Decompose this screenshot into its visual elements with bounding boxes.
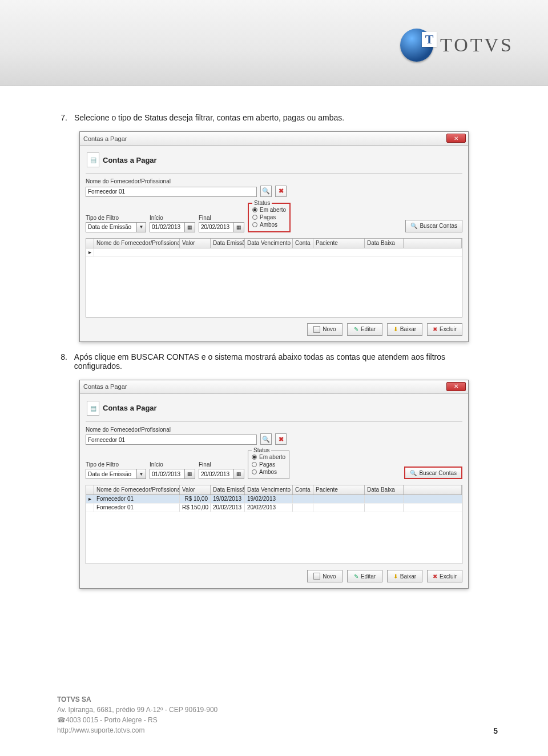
results-grid[interactable]: Nome do Fornecedor/Profissional Valor Da… <box>86 238 462 317</box>
search-icon: 🔍 <box>410 223 417 229</box>
status-pagas[interactable]: Pagas <box>252 461 285 468</box>
inicio-label: Início <box>150 215 195 221</box>
new-icon <box>313 573 320 580</box>
clear-button[interactable]: ✖ <box>275 433 287 445</box>
inicio-input[interactable] <box>150 469 185 479</box>
lookup-button[interactable]: 🔍 <box>260 186 272 197</box>
final-input[interactable] <box>199 222 234 232</box>
col-paciente: Paciente <box>313 485 365 494</box>
table-row[interactable]: ▸ Fornecedor 01 R$ 10,00 19/02/2013 19/0… <box>86 495 462 504</box>
col-data-vencimento: Data Vencimento <box>245 485 293 494</box>
col-data-emissao: Data Emissão <box>211 485 245 494</box>
editar-button[interactable]: ✎Editar <box>347 570 382 582</box>
contas-a-pagar-window-1: Contas a Pagar ✕ ▤ Contas a Pagar Nome d… <box>79 131 469 342</box>
status-ambos[interactable]: Ambos <box>252 221 286 228</box>
radio-icon <box>252 469 257 474</box>
footer-company: TOTVS SA <box>57 694 217 705</box>
step-8-text: Após clique em BUSCAR CONTAS e o sistema… <box>74 352 491 371</box>
delete-icon: ✖ <box>433 573 437 580</box>
baixar-button[interactable]: ⬇Baixar <box>387 570 422 582</box>
inicio-input[interactable] <box>150 222 185 232</box>
window-close-button[interactable]: ✕ <box>446 382 466 391</box>
tipo-filtro-select[interactable] <box>86 222 137 232</box>
search-small-icon: 🔍 <box>262 187 270 195</box>
tipo-filtro-select[interactable] <box>86 469 137 479</box>
fornecedor-input[interactable] <box>86 187 257 197</box>
edit-icon: ✎ <box>354 573 358 580</box>
x-icon: ✖ <box>279 187 284 195</box>
footer-url: http://www.suporte.totvs.com <box>57 725 217 735</box>
calendar-icon[interactable]: ▦ <box>185 469 195 479</box>
row-selector-icon: ▸ <box>86 495 94 503</box>
window-title: Contas a Pagar <box>83 383 127 390</box>
step-7-text: Selecione o tipo de Status deseja filtra… <box>74 113 344 122</box>
status-em-aberto[interactable]: Em aberto <box>252 453 285 461</box>
x-icon: ✖ <box>279 436 284 443</box>
step-7: 7. Selecione o tipo de Status deseja fil… <box>57 113 491 122</box>
col-nome: Nome do Fornecedor/Profissional <box>94 485 180 494</box>
panel-title: Contas a Pagar <box>103 156 157 164</box>
col-valor: Valor <box>180 485 211 494</box>
window-close-button[interactable]: ✕ <box>446 134 466 143</box>
search-small-icon: 🔍 <box>262 436 270 443</box>
contas-a-pagar-window-2: Contas a Pagar ✕ ▤ Contas a Pagar Nome d… <box>79 380 469 589</box>
search-icon: 🔍 <box>410 470 417 476</box>
chevron-down-icon[interactable]: ▼ <box>137 469 146 479</box>
phone-icon: ☎ <box>57 716 66 724</box>
col-nome: Nome do Fornecedor/Profissional <box>94 239 180 248</box>
buscar-contas-button[interactable]: 🔍 Buscar Contas <box>404 467 462 479</box>
baixar-button[interactable]: ⬇Baixar <box>387 323 422 336</box>
close-icon: ✕ <box>454 135 458 142</box>
clear-button[interactable]: ✖ <box>275 186 287 197</box>
footer-phone: 4003 0015 - Porto Alegre - RS <box>66 716 158 724</box>
final-input[interactable] <box>199 469 234 479</box>
window-title: Contas a Pagar <box>83 135 127 142</box>
download-icon: ⬇ <box>393 573 398 580</box>
status-ambos[interactable]: Ambos <box>252 468 285 476</box>
calendar-icon[interactable]: ▦ <box>185 222 195 232</box>
fornecedor-input[interactable] <box>86 435 257 445</box>
window-titlebar: Contas a Pagar ✕ <box>80 132 468 146</box>
logo-text: TOTVS <box>440 34 514 56</box>
step-8-number: 8. <box>57 352 67 371</box>
lookup-button[interactable]: 🔍 <box>260 433 272 445</box>
status-legend: Status <box>252 200 272 206</box>
delete-icon: ✖ <box>433 326 437 332</box>
status-group: Status Em aberto Pagas Ambos <box>248 451 289 479</box>
radio-icon <box>252 215 257 220</box>
totvs-logo: T TOTVS <box>400 29 514 62</box>
final-label: Final <box>199 215 244 221</box>
inicio-label: Início <box>150 461 195 468</box>
step-8: 8. Após clique em BUSCAR CONTAS e o sist… <box>57 352 491 371</box>
col-data-emissao: Data Emissão <box>211 239 245 248</box>
table-row[interactable]: Fornecedor 01 R$ 150,00 20/02/2013 20/02… <box>86 504 462 512</box>
results-grid[interactable]: Nome do Fornecedor/Profissional Valor Da… <box>86 485 462 564</box>
document-icon: ▤ <box>87 152 99 167</box>
editar-button[interactable]: ✎Editar <box>347 323 382 336</box>
col-conta: Conta <box>293 485 313 494</box>
status-legend: Status <box>252 447 271 453</box>
row-selector-icon: ▸ <box>86 248 94 256</box>
fornecedor-label: Nome do Fornecedor/Profissional <box>86 178 257 184</box>
radio-icon <box>252 207 257 212</box>
chevron-down-icon[interactable]: ▼ <box>137 222 146 232</box>
excluir-button[interactable]: ✖Excluir <box>427 323 462 336</box>
radio-icon <box>252 455 257 460</box>
excluir-button[interactable]: ✖Excluir <box>427 570 462 582</box>
calendar-icon[interactable]: ▦ <box>234 222 244 232</box>
status-em-aberto[interactable]: Em aberto <box>252 206 286 214</box>
novo-button[interactable]: Novo <box>307 570 342 582</box>
footer-address: Av. Ipiranga, 6681, prédio 99 A-12º - CE… <box>57 705 217 715</box>
col-data-baixa: Data Baixa <box>365 239 404 248</box>
col-data-baixa: Data Baixa <box>365 485 404 494</box>
globe-icon: T <box>400 29 433 62</box>
download-icon: ⬇ <box>393 326 398 332</box>
panel-title: Contas a Pagar <box>103 404 157 412</box>
buscar-contas-button[interactable]: 🔍 Buscar Contas <box>405 220 462 232</box>
calendar-icon[interactable]: ▦ <box>234 469 244 479</box>
col-paciente: Paciente <box>313 239 365 248</box>
edit-icon: ✎ <box>354 326 358 332</box>
status-pagas[interactable]: Pagas <box>252 214 286 221</box>
novo-button[interactable]: Novo <box>307 323 342 336</box>
fornecedor-label: Nome do Fornecedor/Profissional <box>86 427 257 433</box>
